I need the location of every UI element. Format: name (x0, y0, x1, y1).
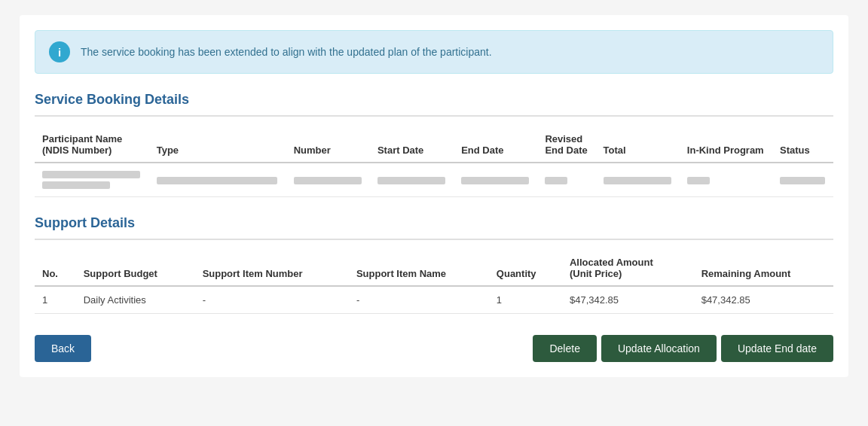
col-allocated-amount: Allocated Amount(Unit Price) (562, 251, 694, 286)
col-start-date: Start Date (370, 127, 454, 163)
redacted-type (157, 177, 277, 184)
redacted-participant-name (42, 171, 140, 178)
cell-support-budget: Daily Activities (76, 286, 195, 314)
service-booking-table: Participant Name(NDIS Number) Type Numbe… (35, 127, 833, 197)
cell-revised-end-date (537, 163, 595, 197)
col-support-budget: Support Budget (76, 251, 195, 286)
cell-no: 1 (35, 286, 76, 314)
col-support-item-name: Support Item Name (349, 251, 489, 286)
support-details-section: Support Details No. Support Budget Suppo… (35, 215, 833, 314)
cell-remaining-amount: $47,342.85 (694, 286, 833, 314)
col-support-item-number: Support Item Number (195, 251, 349, 286)
redacted-start-date (377, 177, 445, 184)
info-banner: i The service booking has been extended … (35, 30, 833, 74)
col-number: Number (286, 127, 370, 163)
col-quantity: Quantity (489, 251, 562, 286)
col-end-date: End Date (454, 127, 537, 163)
col-revised-end-date: RevisedEnd Date (537, 127, 595, 163)
cell-status (772, 163, 833, 197)
delete-button[interactable]: Delete (533, 335, 596, 362)
col-remaining-amount: Remaining Amount (694, 251, 833, 286)
cell-allocated-amount: $47,342.85 (562, 286, 694, 314)
redacted-total (604, 177, 671, 184)
cell-end-date (454, 163, 537, 197)
cell-number (286, 163, 370, 197)
col-type: Type (149, 127, 286, 163)
service-booking-section: Service Booking Details Participant Name… (35, 92, 833, 197)
actions-row: Back Delete Update Allocation Update End… (35, 335, 833, 362)
cell-in-kind-program (680, 163, 772, 197)
info-icon: i (49, 41, 70, 62)
update-end-date-button[interactable]: Update End date (721, 335, 833, 362)
info-banner-message: The service booking has been extended to… (81, 46, 492, 58)
table-row (35, 163, 833, 197)
cell-support-item-number: - (195, 286, 349, 314)
col-no: No. (35, 251, 76, 286)
cell-quantity: 1 (489, 286, 562, 314)
col-status: Status (772, 127, 833, 163)
cell-start-date (370, 163, 454, 197)
page-container: i The service booking has been extended … (20, 15, 848, 377)
col-participant-name: Participant Name(NDIS Number) (35, 127, 149, 163)
back-button[interactable]: Back (35, 335, 91, 362)
update-allocation-button[interactable]: Update Allocation (601, 335, 717, 362)
redacted-number (294, 177, 362, 184)
redacted-participant-ndis (42, 181, 110, 189)
cell-support-item-name: - (349, 286, 489, 314)
cell-total (596, 163, 680, 197)
redacted-revised-end-date (545, 177, 567, 184)
col-in-kind-program: In-Kind Program (680, 127, 772, 163)
redacted-in-kind (687, 177, 710, 184)
support-details-table: No. Support Budget Support Item Number S… (35, 251, 833, 314)
support-row-1: 1 Daily Activities - - 1 $47,342.85 $47,… (35, 286, 833, 314)
redacted-status (780, 177, 825, 184)
right-actions: Delete Update Allocation Update End date (533, 335, 833, 362)
cell-type (149, 163, 286, 197)
section-divider-1 (35, 115, 833, 117)
col-total: Total (596, 127, 680, 163)
redacted-end-date (461, 177, 529, 184)
section-divider-2 (35, 239, 833, 240)
service-booking-title: Service Booking Details (35, 92, 833, 108)
support-details-title: Support Details (35, 215, 833, 231)
cell-participant (35, 163, 149, 197)
